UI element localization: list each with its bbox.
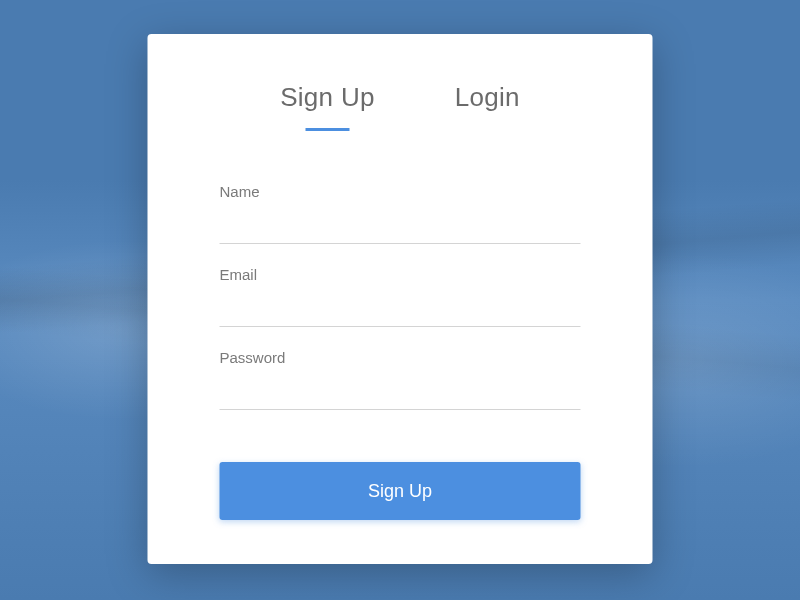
email-input[interactable] [220,291,581,327]
name-field-group: Name [220,183,581,244]
auth-tabs: Sign Up Login [220,82,581,131]
email-field-group: Email [220,266,581,327]
password-label: Password [220,349,581,366]
signup-button[interactable]: Sign Up [220,462,581,520]
password-field-group: Password [220,349,581,410]
name-label: Name [220,183,581,200]
signup-card: Sign Up Login Name Email Password Sign U… [148,34,653,564]
tab-signup[interactable]: Sign Up [280,82,375,131]
tab-login[interactable]: Login [455,82,520,131]
name-input[interactable] [220,208,581,244]
email-label: Email [220,266,581,283]
password-input[interactable] [220,374,581,410]
